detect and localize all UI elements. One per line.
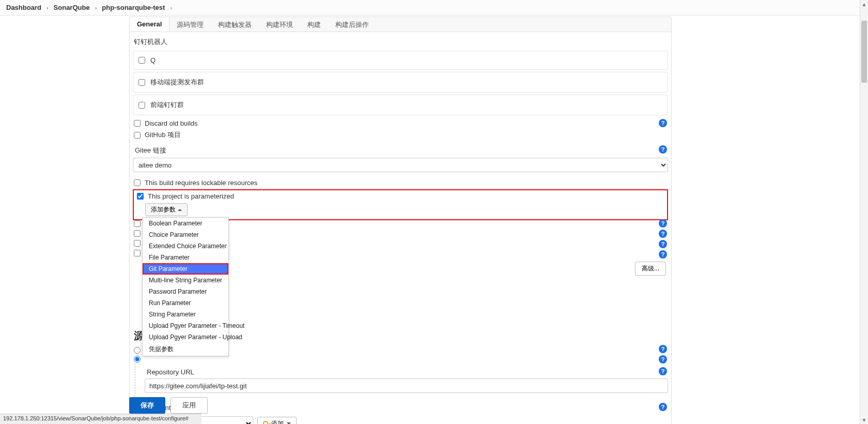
menu-item[interactable]: String Parameter: [143, 309, 228, 320]
help-icon[interactable]: ?: [659, 250, 667, 259]
help-icon[interactable]: ?: [659, 219, 667, 228]
menu-item[interactable]: Password Parameter: [143, 286, 228, 297]
tab-general[interactable]: General: [130, 17, 169, 32]
menu-item[interactable]: Run Parameter: [143, 297, 228, 309]
menu-item[interactable]: Upload Pgyer Parameter - Timeout: [143, 320, 228, 331]
repo-url-label: Repository URL: [146, 365, 195, 377]
scm-none-radio[interactable]: [134, 347, 141, 354]
parameterized-checkbox[interactable]: [137, 193, 144, 200]
status-bar-url: 192.178.1.250:12315/view/SonarQube/job/p…: [0, 414, 202, 424]
parameter-type-menu: Boolean Parameter Choice Parameter Exten…: [142, 217, 229, 356]
hidden-option-checkbox[interactable]: [134, 230, 141, 237]
menu-item[interactable]: Choice Parameter: [143, 229, 228, 240]
tab-build[interactable]: 构建: [300, 17, 328, 32]
breadcrumb-item[interactable]: SonarQube: [51, 4, 93, 11]
help-icon[interactable]: ?: [659, 367, 667, 375]
parameterized-label: This project is parameterized: [148, 192, 234, 200]
breadcrumb-item[interactable]: Dashboard: [3, 4, 44, 11]
help-icon[interactable]: ?: [659, 240, 667, 248]
scroll-thumb[interactable]: [861, 21, 867, 83]
discard-old-builds-label: Discard old builds: [145, 119, 198, 127]
menu-item[interactable]: Boolean Parameter: [143, 218, 228, 229]
hidden-option-checkbox[interactable]: [134, 220, 141, 227]
breadcrumb: Dashboard › SonarQube › php-sonarqube-te…: [0, 0, 868, 16]
config-tabs: General 源码管理 构建触发器 构建环境 构建 构建后操作: [129, 17, 672, 32]
menu-item[interactable]: Extended Choice Parameter: [143, 240, 228, 252]
help-icon[interactable]: ?: [659, 403, 667, 411]
help-icon[interactable]: ?: [659, 145, 667, 154]
gitee-link-select[interactable]: aitee demo: [133, 158, 668, 172]
dingtalk-heading: 钉钉机器人: [133, 35, 668, 49]
advanced-button[interactable]: 高级...: [635, 262, 666, 276]
key-icon: [263, 421, 268, 424]
hidden-option-checkbox[interactable]: [134, 250, 141, 256]
scroll-down-icon[interactable]: ▼: [860, 416, 868, 424]
menu-item[interactable]: Multi-line String Parameter: [143, 275, 228, 286]
tab-scm[interactable]: 源码管理: [169, 17, 211, 32]
window-scrollbar[interactable]: ▲ ▼: [860, 0, 868, 424]
dingtalk-checkbox[interactable]: [138, 102, 145, 109]
dingtalk-robot-row: Q: [133, 51, 668, 70]
repo-url-input[interactable]: [145, 378, 668, 393]
github-project-checkbox[interactable]: [134, 132, 141, 139]
add-parameter-label: 添加参数: [151, 205, 176, 214]
breadcrumb-item[interactable]: php-sonarqube-test: [99, 4, 168, 11]
github-project-label: GitHub 项目: [145, 130, 181, 140]
chevron-right-icon: ›: [168, 5, 174, 11]
dingtalk-label: 前端钉钉群: [150, 100, 184, 110]
dingtalk-robot-row: 前端钉钉群: [133, 95, 668, 115]
tab-triggers[interactable]: 构建触发器: [211, 17, 259, 32]
tab-environment[interactable]: 构建环境: [259, 17, 300, 32]
help-icon[interactable]: ?: [659, 119, 667, 127]
dingtalk-robot-row: 移动端提测发布群: [133, 72, 668, 93]
scroll-up-icon[interactable]: ▲: [860, 0, 868, 8]
lockable-resources-label: This build requires lockable resources: [145, 179, 257, 187]
gitee-link-label: Gitee 链接: [134, 143, 167, 156]
menu-item-git-parameter[interactable]: Git Parameter: [143, 263, 228, 275]
add-credentials-label: 添加: [271, 419, 284, 425]
discard-old-builds-checkbox[interactable]: [134, 120, 141, 127]
help-icon[interactable]: ?: [659, 355, 667, 364]
save-button[interactable]: 保存: [129, 397, 165, 414]
dingtalk-label: Q: [150, 56, 156, 64]
dingtalk-checkbox[interactable]: [138, 57, 145, 64]
help-icon[interactable]: ?: [659, 345, 667, 353]
add-credentials-button[interactable]: 添加: [257, 417, 297, 425]
dingtalk-label: 移动端提测发布群: [150, 78, 204, 87]
add-parameter-button[interactable]: 添加参数: [145, 203, 188, 216]
caret-up-icon: [178, 209, 182, 211]
chevron-right-icon: ›: [93, 5, 99, 11]
help-icon[interactable]: ?: [659, 230, 667, 238]
scm-git-radio[interactable]: [134, 356, 141, 362]
form-actions: 保存 应用: [129, 397, 208, 414]
lockable-resources-checkbox[interactable]: [134, 179, 141, 186]
dingtalk-checkbox[interactable]: [138, 79, 145, 86]
menu-item[interactable]: 凭据参数: [143, 343, 228, 356]
highlight-box: This project is parameterized ? 添加参数: [133, 189, 668, 220]
apply-button[interactable]: 应用: [171, 397, 208, 414]
menu-item[interactable]: Upload Pgyer Parameter - Upload: [143, 331, 228, 343]
chevron-right-icon: ›: [44, 5, 51, 11]
main-scroll[interactable]: General 源码管理 构建触发器 构建环境 构建 构建后操作 钉钉机器人 Q…: [0, 16, 868, 424]
hidden-option-checkbox[interactable]: [134, 240, 141, 247]
tab-postbuild[interactable]: 构建后操作: [328, 17, 376, 32]
menu-item[interactable]: File Parameter: [143, 252, 228, 263]
